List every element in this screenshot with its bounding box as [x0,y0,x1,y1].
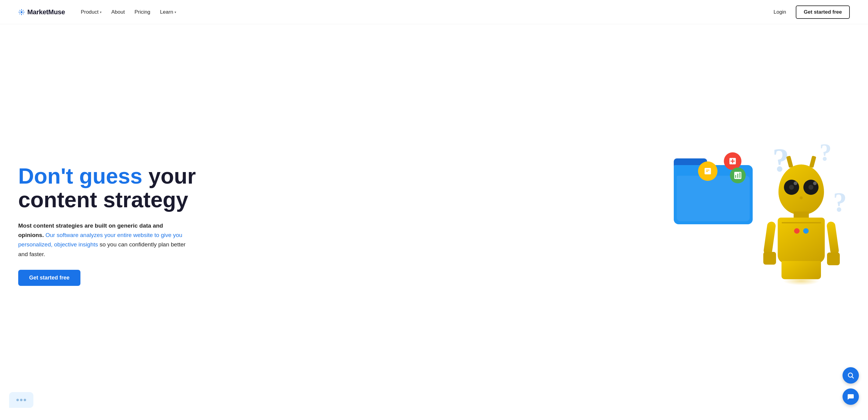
robot-eye-shine-right [813,182,817,185]
robot-arm-right [826,221,839,256]
chat-dot-3 [24,399,26,401]
brand-name: MarketMuse [27,8,65,16]
hero-content: Don't guess yourcontent strategy Most co… [18,164,196,286]
hero-headline: Don't guess yourcontent strategy [18,164,196,212]
folder-illustration [674,158,753,225]
svg-line-8 [20,13,20,14]
svg-rect-11 [706,171,708,172]
nav-about[interactable]: About [108,7,128,18]
svg-rect-10 [706,170,710,170]
icon-bubble-green [730,167,746,183]
robot-head [778,164,824,215]
login-button[interactable]: Login [770,7,790,18]
svg-line-7 [23,10,23,11]
robot-eye-right [803,180,818,195]
robot-lower [781,261,821,279]
robot-eye-left [784,180,799,195]
robot-buttons [794,228,808,234]
robot-stripe [781,222,821,223]
icon-bubble-yellow [698,161,717,181]
svg-line-5 [20,10,20,11]
chat-fab-button[interactable] [842,388,859,405]
nav-learn[interactable]: Learn ▾ [156,7,180,18]
robot-hand-right [827,253,840,265]
hero-cta-button[interactable]: Get started free [18,270,81,286]
hero-section: Don't guess yourcontent strategy Most co… [0,24,868,420]
logo-icon [18,9,25,15]
nav-links: Product ▾ About Pricing Learn ▾ [77,7,180,18]
logo[interactable]: MarketMuse [18,8,65,16]
robot-arm-left [763,221,776,256]
chat-dot-1 [17,399,19,401]
question-mark-2: ? [819,140,832,164]
hero-illustration: ? ? ? ? [637,140,850,310]
chat-bubble-indicator [9,392,33,408]
robot-btn-blue [803,228,808,234]
hero-headline-blue: Don't guess [18,164,142,188]
robot-body [762,164,841,292]
chevron-down-icon: ▾ [175,10,176,14]
nav-pricing[interactable]: Pricing [131,7,154,18]
robot-torso [778,218,825,263]
search-fab-button[interactable] [842,367,859,384]
svg-line-6 [23,13,23,14]
robot-hand-left [763,252,776,265]
nav-product[interactable]: Product ▾ [77,7,105,18]
robot-base-glow [783,277,819,285]
robot-nose [800,196,803,199]
svg-line-20 [852,377,854,379]
svg-point-0 [21,11,23,13]
robot-illustration [762,164,841,292]
robot-eye-shine-left [794,182,797,185]
navbar: MarketMuse Product ▾ About Pricing Learn… [0,0,868,24]
robot-antenna-left [786,156,793,168]
nav-left: MarketMuse Product ▾ About Pricing Learn… [18,7,180,18]
robot-btn-red [794,228,799,234]
chevron-down-icon: ▾ [100,10,102,14]
robot-antenna-right [809,156,816,168]
hero-subtext: Most content strategies are built on gen… [18,221,188,259]
chat-dot-2 [20,399,23,401]
nav-get-started-button[interactable]: Get started free [796,5,850,19]
nav-right: Login Get started free [770,5,850,19]
